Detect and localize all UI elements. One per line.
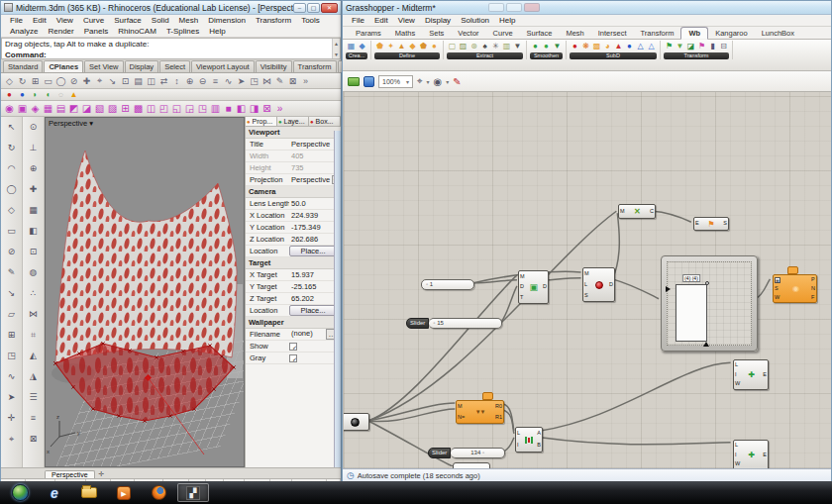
perspective-viewport[interactable]: Perspective ▾: [45, 117, 245, 467]
command-prompt[interactable]: Command:: [2, 50, 340, 60]
gh-node-populate[interactable]: ▦SW ◉ PNF: [773, 274, 817, 303]
output-port[interactable]: P: [811, 277, 815, 283]
sidebar-tool-icon[interactable]: ↖: [8, 117, 16, 138]
sidebar-tool-icon[interactable]: ∿: [8, 366, 16, 387]
toolbar-icon[interactable]: »: [299, 76, 312, 86]
gh-node-mesh-window-1[interactable]: LIW ✚ E: [733, 359, 769, 390]
sidebar-tool-icon[interactable]: ▭: [7, 221, 16, 242]
toolbar-icon[interactable]: ⊡: [119, 76, 132, 86]
toolbar-icon[interactable]: ▤: [132, 76, 145, 86]
menu-item[interactable]: File: [5, 15, 28, 26]
toolbar-icon[interactable]: ⊕: [183, 76, 196, 86]
tsplines-icon[interactable]: ◨: [248, 103, 260, 114]
component-icon[interactable]: ⬟: [418, 41, 429, 51]
toolbar-icon[interactable]: ⊞: [29, 76, 42, 86]
warning-balloon[interactable]: [787, 266, 798, 274]
gh-node-geometry-pipeline[interactable]: [343, 413, 369, 431]
sidebar-tool-icon[interactable]: ↻: [8, 138, 16, 158]
gh-node-offset[interactable]: MDT ▣ D: [518, 270, 549, 304]
property-value[interactable]: ✓: [289, 354, 297, 362]
tsplines-icon[interactable]: ■: [222, 103, 235, 114]
component-icon[interactable]: △: [646, 41, 657, 51]
toolbar-icon[interactable]: ◇: [3, 76, 16, 86]
chevron-down-icon[interactable]: ▾: [406, 78, 409, 85]
component-icon[interactable]: ◆: [357, 41, 367, 51]
properties-tab[interactable]: ● Prop...: [246, 117, 277, 126]
tsplines-icon[interactable]: ⊞: [119, 103, 132, 114]
tsplines-icon[interactable]: ▣: [16, 103, 29, 114]
toolbar-icon[interactable]: ⌖: [93, 75, 106, 86]
toolbar-icon[interactable]: ➤: [235, 76, 248, 86]
tsplines-icon[interactable]: ◈: [29, 103, 42, 114]
component-tab[interactable]: Surface: [520, 28, 560, 39]
sidebar-tool-icon[interactable]: ⋈: [29, 304, 38, 325]
component-icon[interactable]: ♠: [479, 41, 490, 51]
toolbar-icon[interactable]: ⊖: [196, 76, 209, 86]
menu-item[interactable]: Mesh: [174, 15, 204, 26]
component-tab[interactable]: Curve: [486, 28, 520, 39]
toolbar-icon[interactable]: ◳: [248, 76, 260, 86]
gh-panel-node[interactable]: [453, 462, 490, 468]
menu-item[interactable]: Tools: [296, 15, 325, 26]
input-port[interactable]: N=: [458, 415, 465, 421]
toolbar-icon[interactable]: ⇄: [157, 76, 170, 86]
menu-item[interactable]: Edit: [369, 15, 393, 26]
sidebar-tool-icon[interactable]: ➤: [8, 387, 16, 408]
input-port[interactable]: L: [517, 431, 520, 437]
gh-node-graph-mapper[interactable]: (4) (4): [661, 255, 758, 352]
sidebar-tool-icon[interactable]: ▦: [29, 200, 38, 221]
properties-tab[interactable]: ● Laye...: [277, 117, 309, 126]
toolbar-icon[interactable]: ●: [3, 90, 16, 99]
sidebar-tool-icon[interactable]: ⊥: [30, 138, 38, 158]
sidebar-tool-icon[interactable]: ✎: [8, 262, 16, 283]
gh-node-weaverbird-m-c[interactable]: M ✕ C: [618, 204, 656, 219]
tsplines-icon[interactable]: ◳: [196, 103, 209, 114]
menu-item[interactable]: Dimension: [203, 15, 251, 26]
taskbar-firefox-button[interactable]: [143, 483, 174, 502]
menu-item[interactable]: Edit: [28, 15, 52, 26]
component-icon[interactable]: ●: [570, 41, 580, 51]
sidebar-tool-icon[interactable]: ✛: [8, 408, 16, 429]
toolbar-icon[interactable]: ◯: [54, 76, 67, 86]
toolbar-icon[interactable]: ◫: [145, 76, 157, 86]
minimize-button[interactable]: –: [293, 3, 306, 13]
component-icon[interactable]: ◆: [407, 41, 418, 51]
component-icon[interactable]: ▮: [707, 41, 718, 51]
close-button[interactable]: [524, 3, 540, 12]
component-tab[interactable]: Vector: [451, 28, 485, 39]
toolbar-icon[interactable]: ∿: [222, 76, 235, 86]
warning-balloon[interactable]: [482, 392, 493, 400]
sidebar-tool-icon[interactable]: ≡: [31, 408, 36, 429]
gh-node-mesh-window-2[interactable]: LIW ✚ E: [733, 440, 769, 468]
input-port[interactable]: L: [584, 282, 589, 288]
toolbar-icon[interactable]: ◌: [54, 90, 67, 99]
component-icon[interactable]: ❋: [580, 41, 591, 51]
tsplines-icon[interactable]: ▤: [54, 103, 67, 114]
gh-node-e-s[interactable]: E ⚑ S: [693, 217, 729, 231]
input-port[interactable]: L: [735, 362, 740, 368]
component-tab[interactable]: Params: [349, 28, 388, 39]
slider-track[interactable]: ◦ 15: [429, 318, 502, 329]
component-icon[interactable]: ●: [530, 41, 541, 51]
sidebar-tool-icon[interactable]: ⊠: [30, 429, 38, 450]
component-tab[interactable]: Intersect: [591, 28, 634, 39]
input-port[interactable]: I: [517, 443, 520, 449]
component-icon[interactable]: ⚑: [696, 41, 707, 51]
menu-item[interactable]: T-Splines: [161, 26, 204, 37]
toolbar-icon[interactable]: ↻: [16, 76, 29, 86]
toolbar-icon[interactable]: ↕: [170, 76, 183, 86]
toolbar-tab[interactable]: Display: [125, 60, 159, 72]
toolbar-icon[interactable]: ⊠: [286, 76, 299, 86]
maximize-button[interactable]: ▢: [307, 3, 320, 13]
input-port[interactable]: D: [520, 284, 525, 290]
input-port[interactable]: M: [458, 404, 465, 410]
taskbar-explorer-button[interactable]: [73, 483, 105, 502]
gh-node-split-ab[interactable]: LI AB: [515, 427, 543, 453]
input-port[interactable]: I: [735, 372, 740, 378]
output-port[interactable]: E: [763, 453, 767, 458]
menu-item[interactable]: Help: [204, 26, 230, 37]
input-port[interactable]: E: [695, 221, 699, 227]
sidebar-tool-icon[interactable]: ✚: [30, 179, 38, 200]
input-port[interactable]: S: [584, 293, 589, 299]
tsplines-icon[interactable]: ⊠: [260, 103, 273, 114]
